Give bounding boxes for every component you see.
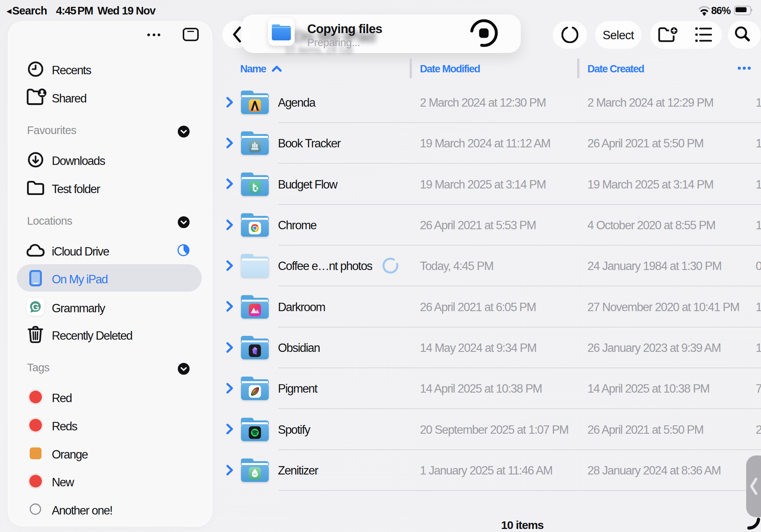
svg-text:G: G <box>32 301 39 313</box>
